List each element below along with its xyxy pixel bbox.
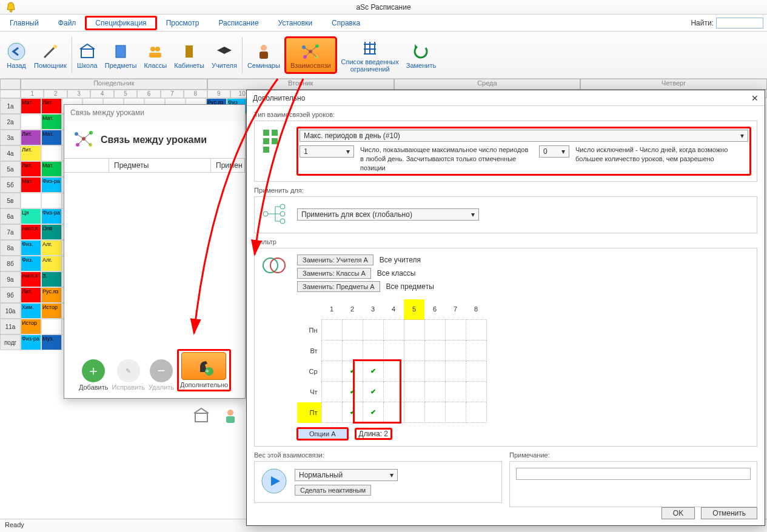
svg-point-31 [227,410,233,416]
network-icon [300,41,321,62]
weight-dropdown[interactable]: Нормальный▾ [295,469,398,481]
col-subjects[interactable]: Предметы [109,159,211,172]
svg-point-10 [261,45,267,51]
svg-point-40 [280,211,285,216]
delete-button[interactable]: −Удалить [149,359,174,391]
num-help: Число, показывающее максимальное число п… [360,145,533,173]
filter-grid[interactable]: 12345678 Пн Вт Ср✔✔ Чт✔✔ Пт✔✔ [297,299,487,424]
add-button[interactable]: ＋Добавить [79,359,109,391]
menu-view[interactable]: Просмотр [156,16,209,30]
type-dropdown[interactable]: Макс. периодов в день (#10)▾ [300,130,748,142]
svg-rect-30 [195,413,207,422]
options-button[interactable]: Опции A [297,428,348,440]
people-icon [145,41,166,62]
all-subjects-label: Все предметы [386,282,434,291]
svg-point-39 [280,204,285,209]
replace-teachers-button[interactable]: Заменить: Учителя A [297,254,373,265]
building-icon[interactable] [193,407,210,426]
svg-line-26 [76,134,84,139]
toolbar-replace[interactable]: Заменить [404,40,438,70]
chevron-down-icon: ▾ [346,147,350,156]
fix-button[interactable]: ✎Исправить [112,359,145,391]
num-dropdown[interactable]: 1▾ [300,145,354,158]
relations-title: Связь между уроками [101,135,207,145]
menu-settings[interactable]: Установки [269,16,322,30]
toolbar-back[interactable]: Назад [4,40,29,70]
svg-line-28 [78,139,84,145]
svg-rect-8 [149,53,161,58]
apply-dropdown[interactable]: Применить для всех (глобально)▾ [297,208,479,221]
toolbar-subjects[interactable]: Предметы [102,40,139,70]
find-label: Найти: [691,19,714,27]
type-fieldset: Макс. периодов в день (#10)▾ 1▾ Число, п… [254,121,757,182]
type-label: Тип взаимосвязей уроков: [254,111,757,118]
toolbar: Назад Помощник Школа Предметы Классы Каб… [0,32,767,79]
replace-classes-button[interactable]: Заменить: Классы A [297,268,371,279]
deactivate-button[interactable]: Сделать неактивным [295,485,371,496]
person-icon[interactable] [222,407,239,426]
hat-icon [214,41,235,62]
menu-help[interactable]: Справка [322,16,370,30]
find-input[interactable] [716,18,763,28]
replace-subjects-button[interactable]: Заменить: Предметы A [297,281,380,292]
toolbar-classes[interactable]: Классы [141,40,169,70]
svg-rect-5 [116,45,126,58]
door-icon [179,41,199,62]
toolbar-teachers[interactable]: Учителя [209,40,239,70]
relations-columns: Предметы Примен [64,158,245,173]
svg-line-19 [305,52,310,57]
all-classes-label: Все классы [377,269,416,278]
close-icon[interactable]: ✕ [751,93,759,103]
play-icon[interactable] [261,468,287,496]
svg-line-2 [44,47,55,58]
toolbar-seminars[interactable]: Семинары [245,40,283,70]
book-icon [110,41,131,62]
chevron-down-icon: ▾ [740,131,744,140]
svg-line-29 [84,139,90,145]
exclusion-dropdown[interactable]: 0▾ [539,145,569,158]
grid-icon [360,38,380,58]
col-apply[interactable]: Примен [211,159,245,172]
filter-label: Фильтр [254,238,757,245]
toolbar-rooms[interactable]: Кабинеты [172,40,207,70]
wand-icon [40,41,61,62]
advanced-dialog: Дополнительно ✕ Тип взаимосвязей уроков:… [246,90,765,526]
bell-icon [5,1,17,15]
length-label: Длина: [359,430,382,438]
cancel-button[interactable]: Отменить [701,507,757,519]
ok-button[interactable]: OK [661,507,695,519]
toolbar-school[interactable]: Школа [75,40,100,70]
day-mon: Понедельник [21,79,207,90]
toolbar-assistant[interactable]: Помощник [32,40,69,70]
titlebar: aSc Расписание [0,0,767,15]
weight-label: Вес этой взаимосвязи: [254,451,502,459]
menubar: Главный Файл Спецификация Просмотр Распи… [0,15,767,32]
relations-panel: Связь между уроками Связь между уроками … [64,104,246,399]
svg-line-17 [304,47,310,52]
length-value: 2 [384,430,388,438]
svg-rect-4 [81,49,93,58]
menu-main[interactable]: Главный [0,16,49,30]
menu-file[interactable]: Файл [49,16,86,30]
menu-schedule[interactable]: Расписание [209,16,268,30]
svg-rect-34 [272,130,278,136]
menu-specification[interactable]: Спецификация [85,16,156,30]
svg-rect-32 [226,416,235,423]
svg-rect-35 [263,138,269,144]
day-header-row: Понедельник Вторник Среда Четверг [0,79,767,90]
note-input[interactable] [516,468,751,480]
day-wed: Среда [394,79,581,90]
back-icon [6,41,27,62]
svg-point-6 [150,47,155,52]
toolbar-constraints[interactable]: Список введенных ограничений [339,36,401,74]
svg-rect-33 [263,130,269,136]
svg-point-1 [8,43,25,60]
svg-point-3 [53,45,57,48]
svg-point-0 [10,10,12,12]
app-title: aSc Расписание [356,3,410,12]
svg-point-41 [280,219,285,224]
dialog-title: Дополнительно [253,94,305,102]
advanced-button[interactable]: + Дополнительно [178,350,230,391]
toolbar-relations[interactable]: Взаимосвязи [285,37,337,73]
blocks-icon [261,127,290,175]
